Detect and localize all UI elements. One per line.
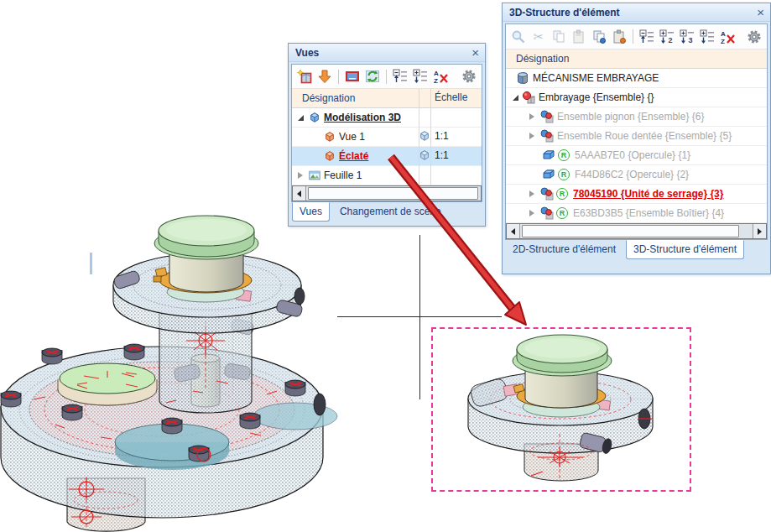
scroll-left-button[interactable] (507, 224, 520, 238)
left-arrow-icon (511, 228, 515, 235)
expander-closed-icon[interactable] (529, 133, 534, 139)
reference-badge-icon: R (558, 169, 570, 180)
tab-changement-de-scene[interactable]: Changement de scène (333, 203, 448, 221)
structure-horizontal-scrollbar[interactable] (506, 223, 767, 239)
expander-open-icon[interactable] (298, 115, 304, 121)
copy-special-icon (591, 29, 607, 44)
expand-level3-button[interactable]: 3 (678, 28, 696, 46)
table-row-eclate-selected[interactable]: Éclaté 1:1 (292, 147, 482, 166)
tree-row-label: MÉCANISME EMBRAYAGE (533, 72, 659, 84)
expand-level3-icon: 3 (680, 29, 695, 44)
scissors-icon: ✂ (534, 31, 544, 42)
refresh-icon (365, 69, 380, 84)
table-row-modelisation[interactable]: Modélisation 3D (292, 108, 482, 128)
toolbar-separator (386, 70, 387, 84)
tree-row-embrayage[interactable]: Embrayage {Ensemble} {} (506, 88, 767, 107)
vues-horizontal-scrollbar[interactable] (292, 185, 482, 201)
magnifier-icon (511, 29, 526, 44)
cut-button[interactable]: ✂ (529, 28, 548, 46)
structure-panel-content: ✂ (505, 23, 768, 240)
column-header-designation[interactable]: Désignation (302, 92, 355, 104)
orange-down-arrow-icon (317, 69, 332, 84)
scrollbar-thumb[interactable] (522, 225, 739, 237)
scene-display-button[interactable] (343, 67, 362, 86)
expander-open-icon[interactable] (513, 95, 518, 101)
copy-button[interactable] (550, 28, 568, 46)
column-header-echelle[interactable]: Échelle (435, 91, 467, 103)
scroll-left-button[interactable] (293, 186, 306, 201)
subassembly-icon (540, 110, 554, 123)
axis-cross-vertical (419, 235, 420, 399)
tree-row-label-selected: 78045190 {Unité de serrage} {3} (573, 188, 723, 200)
axis-cross-horizontal (337, 316, 502, 317)
scrollbar-thumb[interactable] (308, 187, 478, 200)
clear-sort-button[interactable]: A Z (718, 28, 737, 46)
scene-cube-icon[interactable] (419, 149, 430, 161)
expander-closed-icon[interactable] (529, 113, 534, 120)
table-row-feuille[interactable]: Feuille 1 (292, 166, 482, 185)
view-row-label: Modélisation 3D (324, 112, 401, 123)
search-button[interactable] (509, 28, 528, 46)
vues-panel-titlebar[interactable]: Vues × (289, 44, 485, 62)
reference-badge-icon: R (556, 188, 568, 200)
expand-all-button[interactable] (411, 67, 430, 86)
collapse-tree-icon (393, 69, 408, 84)
toolbar-separator (633, 29, 633, 44)
svg-text:A: A (721, 30, 726, 38)
clear-sort-icon: A Z (720, 29, 735, 44)
new-view-button[interactable] (295, 67, 314, 86)
tree-row-ensemble-boitier[interactable]: R E63BD3B5 {Ensemble Boîtier} {4} (506, 204, 767, 223)
settings-button[interactable] (460, 67, 478, 86)
svg-text:Z: Z (721, 38, 725, 44)
scroll-right-button[interactable] (753, 224, 766, 238)
table-row-vue1[interactable]: Vue 1 1:1 (292, 128, 482, 147)
copy-icon (551, 29, 566, 44)
svg-text:2: 2 (669, 36, 673, 44)
structure-panel-titlebar[interactable]: 3D-Structure d'élément × (503, 3, 770, 22)
tree-row-label: E63BD3B5 {Ensemble Boîtier} {4} (573, 207, 724, 219)
tree-row-opercule-2[interactable]: R F44D86C2 {Opercule} {2} (506, 165, 767, 185)
tree-row-unite-de-serrage-selected[interactable]: R 78045190 {Unité de serrage} {3} (506, 185, 767, 204)
expander-closed-icon[interactable] (529, 210, 534, 216)
tree-row-label: Ensemble pignon {Ensemble} {6} (557, 111, 704, 123)
sheet-icon (309, 170, 320, 181)
close-icon[interactable]: × (471, 47, 479, 59)
expand-all-button[interactable] (698, 28, 716, 46)
settings-button[interactable] (745, 28, 763, 46)
close-icon[interactable]: × (757, 7, 764, 18)
clear-sort-button[interactable]: A Z (431, 67, 450, 86)
copy-special-button[interactable] (590, 28, 608, 46)
tree-row-root-document[interactable]: MÉCANISME EMBRAYAGE (506, 69, 767, 88)
tree-row-opercule-1[interactable]: R 5AAAB7E0 {Opercule} {1} (506, 146, 767, 165)
paste-button[interactable] (570, 28, 588, 46)
structure-table-header: Désignation (506, 50, 767, 69)
structure-panel-title: 3D-Structure d'élément (509, 7, 620, 18)
tree-row-label: F44D86C2 {Opercule} {2} (575, 169, 689, 180)
expand-level2-button[interactable]: 2 (658, 28, 676, 46)
gear-icon (747, 29, 762, 44)
expander-closed-icon[interactable] (529, 190, 534, 197)
vues-panel-title: Vues (295, 47, 319, 59)
tab-3d-structure[interactable]: 3D-Structure d'élément (626, 240, 744, 259)
collapse-all-button[interactable] (391, 67, 409, 86)
reference-badge-icon: R (556, 207, 568, 219)
collapse-all-button[interactable] (638, 28, 656, 46)
refresh-scene-button[interactable] (363, 67, 382, 86)
tree-row-ensemble-roue-dentee[interactable]: Ensemble Roue dentée {Ensemble} {5} (506, 127, 767, 146)
expander-closed-icon[interactable] (298, 172, 303, 179)
svg-text:3: 3 (689, 36, 693, 44)
column-header-designation[interactable]: Désignation (516, 53, 569, 65)
structure-toolbar: ✂ (506, 24, 767, 50)
tab-2d-structure[interactable]: 2D-Structure d'élément (506, 241, 623, 258)
gear-icon (461, 69, 477, 84)
subassembly-icon (540, 187, 554, 201)
tab-vues[interactable]: Vues (292, 202, 330, 222)
paste-special-button[interactable] (610, 28, 628, 46)
reference-badge-icon: R (558, 149, 570, 161)
structure-panel: 3D-Structure d'élément × ✂ (502, 3, 771, 274)
3d-model-main-assembly[interactable] (0, 193, 352, 532)
tree-row-ensemble-pignon[interactable]: Ensemble pignon {Ensemble} {6} (506, 107, 767, 127)
insert-view-button[interactable] (315, 67, 334, 86)
structure-tabstrip: 2D-Structure d'élément 3D-Structure d'él… (503, 240, 770, 263)
scene-cube-icon[interactable] (419, 130, 430, 142)
